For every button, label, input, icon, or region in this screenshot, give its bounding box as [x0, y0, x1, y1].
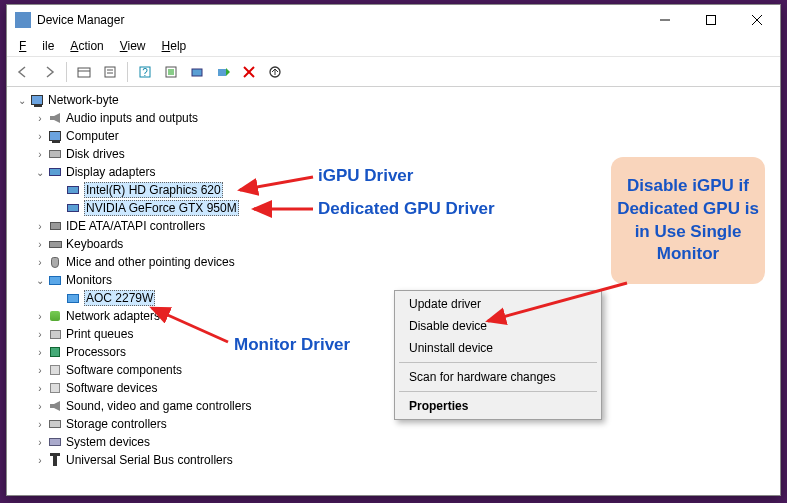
chevron-down-icon[interactable]: ⌄ — [33, 167, 47, 178]
menu-action[interactable]: Action — [62, 37, 111, 55]
chevron-right-icon[interactable]: › — [33, 329, 47, 340]
disk-icon — [47, 147, 63, 161]
help-button[interactable]: ? — [133, 60, 157, 84]
ctx-scan-hardware[interactable]: Scan for hardware changes — [397, 366, 599, 388]
display-icon — [47, 165, 63, 179]
chevron-right-icon[interactable]: › — [33, 419, 47, 430]
tree-item-label: Processors — [66, 345, 126, 359]
disable-device-button[interactable] — [237, 60, 261, 84]
usb-icon — [47, 453, 63, 467]
menu-view[interactable]: View — [112, 37, 154, 55]
mon-icon — [65, 291, 81, 305]
ctx-separator — [399, 362, 597, 363]
show-hidden-button[interactable] — [72, 60, 96, 84]
net-icon — [47, 309, 63, 323]
tree-item-computer[interactable]: ›Computer — [11, 127, 778, 145]
svg-rect-6 — [105, 67, 115, 77]
tree-item-label: Software devices — [66, 381, 157, 395]
root-label: Network-byte — [48, 93, 119, 107]
properties-button[interactable] — [98, 60, 122, 84]
tree-item-label: Software components — [66, 363, 182, 377]
pc-icon — [47, 129, 63, 143]
chevron-right-icon[interactable]: › — [33, 221, 47, 232]
kb-icon — [47, 237, 63, 251]
display-icon — [65, 183, 81, 197]
maximize-button[interactable] — [688, 5, 734, 35]
context-menu: Update driver Disable device Uninstall d… — [394, 290, 602, 420]
display-icon — [65, 201, 81, 215]
chevron-right-icon[interactable]: › — [33, 347, 47, 358]
cpu-icon — [47, 345, 63, 359]
chevron-right-icon[interactable]: › — [33, 455, 47, 466]
chevron-right-icon[interactable]: › — [33, 383, 47, 394]
ctx-update-driver[interactable]: Update driver — [397, 293, 599, 315]
annotation-dgpu: Dedicated GPU Driver — [318, 199, 495, 219]
chevron-right-icon[interactable]: › — [33, 113, 47, 124]
menu-file[interactable]: File — [11, 37, 62, 55]
tree-item-label: Sound, video and game controllers — [66, 399, 251, 413]
sw-icon — [47, 381, 63, 395]
menu-help[interactable]: Help — [154, 37, 195, 55]
tree-item-label: Keyboards — [66, 237, 123, 251]
snd-icon — [47, 399, 63, 413]
tree-item-label: Computer — [66, 129, 119, 143]
chevron-down-icon[interactable]: ⌄ — [15, 95, 29, 106]
chevron-right-icon[interactable]: › — [33, 149, 47, 160]
chevron-right-icon[interactable]: › — [33, 131, 47, 142]
enable-device-button[interactable] — [211, 60, 235, 84]
svg-rect-1 — [707, 16, 716, 25]
mouse-icon — [47, 255, 63, 269]
tree-item-label: NVIDIA GeForce GTX 950M — [84, 200, 239, 216]
tree-item-label: AOC 2279W — [84, 290, 155, 306]
window-title: Device Manager — [37, 13, 642, 27]
ctx-properties[interactable]: Properties — [397, 395, 599, 417]
sys-icon — [47, 435, 63, 449]
chevron-down-icon[interactable]: ⌄ — [33, 275, 47, 286]
tree-item-label: Monitors — [66, 273, 112, 287]
tree-item-label: Intel(R) HD Graphics 620 — [84, 182, 223, 198]
scan-button[interactable] — [159, 60, 183, 84]
ide-icon — [47, 219, 63, 233]
ctx-separator — [399, 391, 597, 392]
svg-rect-12 — [168, 69, 174, 75]
minimize-button[interactable] — [642, 5, 688, 35]
tree-item-usb[interactable]: ›Universal Serial Bus controllers — [11, 451, 778, 469]
tree-item-label: Universal Serial Bus controllers — [66, 453, 233, 467]
menubar: File Action View Help — [7, 35, 780, 57]
tree-root[interactable]: ⌄ Network-byte — [11, 91, 778, 109]
ctx-disable-device[interactable]: Disable device — [397, 315, 599, 337]
annotation-monitor: Monitor Driver — [234, 335, 350, 355]
nav-forward-button[interactable] — [37, 60, 61, 84]
app-icon — [15, 12, 31, 28]
chevron-right-icon[interactable]: › — [33, 239, 47, 250]
nav-back-button[interactable] — [11, 60, 35, 84]
chevron-right-icon[interactable]: › — [33, 401, 47, 412]
ctx-uninstall-device[interactable]: Uninstall device — [397, 337, 599, 359]
tree-item-label: Disk drives — [66, 147, 125, 161]
uninstall-device-button[interactable] — [263, 60, 287, 84]
toolbar-sep — [66, 62, 67, 82]
toolbar-sep — [127, 62, 128, 82]
svg-rect-4 — [78, 68, 90, 77]
tree-item-audio[interactable]: ›Audio inputs and outputs — [11, 109, 778, 127]
mon-icon — [47, 273, 63, 287]
chevron-right-icon[interactable]: › — [33, 311, 47, 322]
queue-icon — [47, 327, 63, 341]
chevron-right-icon[interactable]: › — [33, 257, 47, 268]
svg-rect-13 — [192, 69, 202, 76]
update-driver-button[interactable] — [185, 60, 209, 84]
tree-item-label: Print queues — [66, 327, 133, 341]
svg-rect-14 — [218, 69, 226, 76]
chevron-right-icon[interactable]: › — [33, 437, 47, 448]
titlebar[interactable]: Device Manager — [7, 5, 780, 35]
chevron-right-icon[interactable]: › — [33, 365, 47, 376]
speaker-icon — [47, 111, 63, 125]
tree-item-label: Display adapters — [66, 165, 155, 179]
pc-icon — [29, 93, 45, 107]
svg-text:?: ? — [142, 67, 148, 78]
annotation-igpu: iGPU Driver — [318, 166, 413, 186]
store-icon — [47, 417, 63, 431]
tree-item-label: Network adapters — [66, 309, 160, 323]
close-button[interactable] — [734, 5, 780, 35]
tree-item-sys[interactable]: ›System devices — [11, 433, 778, 451]
